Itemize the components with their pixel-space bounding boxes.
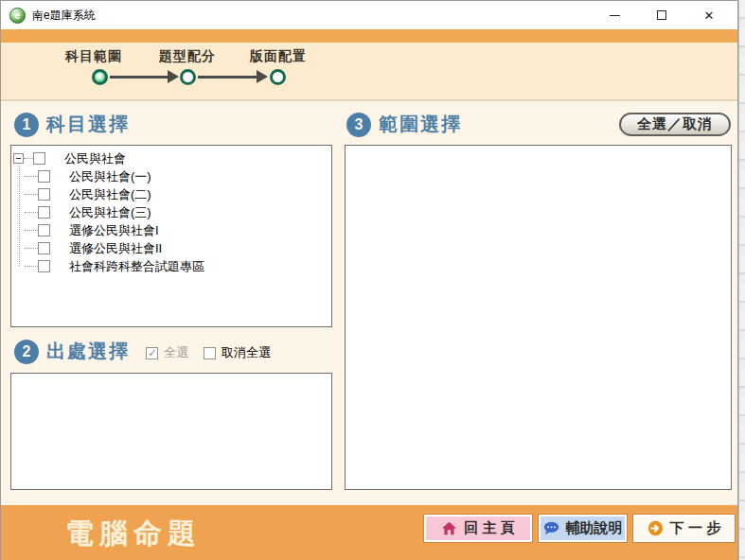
home-button-label: 回 主 頁 <box>464 519 514 537</box>
home-icon <box>441 520 457 536</box>
step-circle-3 <box>270 69 286 85</box>
tree-item-checkbox[interactable] <box>38 206 50 219</box>
section-number-2: 2 <box>14 340 39 364</box>
subject-tree: 公民與社會 公民與社會(一) 公民與社會(二) 公民與社會(三) <box>11 146 331 275</box>
app-window: e 南e題庫系統 ✕ 科目範圍 題型配分 版面配置 1 科目選擇 <box>0 0 738 560</box>
tree-item-row: 公民與社會(三) <box>11 203 331 221</box>
next-button-label: 下 一 步 <box>670 519 720 537</box>
home-button[interactable]: 回 主 頁 <box>424 515 532 542</box>
step-label-layout-config: 版面配置 <box>250 48 307 65</box>
tree-item-row: 公民與社會(一) <box>11 167 331 185</box>
window-controls: ✕ <box>591 1 733 29</box>
next-arrow-icon <box>647 520 664 536</box>
step-circle-2 <box>180 69 196 85</box>
tree-collapse-icon[interactable] <box>13 153 24 164</box>
step-circle-1-active <box>92 69 108 85</box>
section-range-header: 3 範圍選擇 <box>346 112 462 137</box>
footer-bar: 電腦命題 回 主 頁 輔助說明 <box>1 505 737 560</box>
section-number-3: 3 <box>346 113 371 137</box>
tree-item-checkbox[interactable] <box>38 170 50 183</box>
tree-item-label[interactable]: 選修公民與社會II <box>69 240 162 257</box>
accent-stripe <box>1 29 737 43</box>
tree-item-label[interactable]: 公民與社會(二) <box>69 186 151 203</box>
background-window-sliver <box>738 0 745 560</box>
tree-item-checkbox[interactable] <box>38 242 50 254</box>
step-connector-line-2 <box>198 76 257 79</box>
close-button[interactable]: ✕ <box>685 1 733 29</box>
tree-stub <box>25 212 38 213</box>
tree-item-checkbox[interactable] <box>38 260 50 272</box>
section-title-source: 出處選擇 <box>46 339 130 364</box>
help-button[interactable]: 輔助說明 <box>539 515 627 542</box>
step-connector-arrow-1 <box>168 70 179 83</box>
tree-item-row: 選修公民與社會II <box>11 239 331 257</box>
tree-item-checkbox[interactable] <box>38 224 50 236</box>
screen: e 南e題庫系統 ✕ 科目範圍 題型配分 版面配置 1 科目選擇 <box>0 0 745 560</box>
close-icon: ✕ <box>704 9 715 22</box>
section-number-1: 1 <box>14 113 39 137</box>
section-source-header: 2 出處選擇 <box>14 339 130 364</box>
window-title: 南e題庫系統 <box>32 8 96 24</box>
minimize-icon <box>610 15 620 16</box>
page-title: 電腦命題 <box>65 515 202 553</box>
maximize-button[interactable] <box>638 1 685 29</box>
range-list-panel[interactable] <box>345 145 732 490</box>
tree-root-checkbox[interactable] <box>33 152 45 165</box>
tree-stub <box>25 248 38 249</box>
select-all-label[interactable]: 全選 <box>164 344 188 361</box>
chat-bubble-icon <box>543 520 559 536</box>
subject-tree-panel: 公民與社會 公民與社會(一) 公民與社會(二) 公民與社會(三) <box>10 145 332 327</box>
tree-stub <box>25 176 38 177</box>
minimize-button[interactable] <box>591 1 638 29</box>
step-connector-line-1 <box>110 76 169 79</box>
maximize-icon <box>657 10 666 20</box>
step-connector-arrow-2 <box>257 70 268 83</box>
tree-item-label[interactable]: 公民與社會(三) <box>69 204 151 221</box>
tree-item-row: 社會科跨科整合試題專區 <box>11 257 331 275</box>
tree-item-label[interactable]: 公民與社會(一) <box>69 168 151 185</box>
section-title-subject: 科目選擇 <box>46 112 130 137</box>
section-title-range: 範圍選擇 <box>379 112 462 137</box>
checkmark-icon: ✓ <box>148 346 157 359</box>
deselect-all-checkbox-group[interactable]: 取消全選 <box>204 344 271 361</box>
select-all-checkbox[interactable]: ✓ <box>146 347 158 359</box>
tree-item-label[interactable]: 社會科跨科整合試題專區 <box>69 258 204 275</box>
step-label-subject-range: 科目範圍 <box>65 48 122 65</box>
titlebar: e 南e題庫系統 ✕ <box>1 1 737 29</box>
tree-root-label[interactable]: 公民與社會 <box>64 150 126 167</box>
select-toggle-button[interactable]: 全選／取消 <box>619 113 731 136</box>
next-step-button[interactable]: 下 一 步 <box>633 515 735 542</box>
step-label-question-allocation: 題型配分 <box>159 48 216 65</box>
tree-stub <box>25 194 38 195</box>
tree-stub <box>24 158 33 159</box>
tree-root-row: 公民與社會 <box>11 149 331 167</box>
select-all-checkbox-group[interactable]: ✓ 全選 <box>146 344 188 361</box>
source-list-panel[interactable] <box>10 373 332 490</box>
section-subject-header: 1 科目選擇 <box>14 112 130 137</box>
help-button-label: 輔助說明 <box>566 519 623 537</box>
tree-item-row: 選修公民與社會I <box>11 221 331 239</box>
tree-stub <box>25 230 38 231</box>
tree-item-label[interactable]: 選修公民與社會I <box>69 222 159 239</box>
app-logo-icon: e <box>9 8 26 24</box>
tree-item-row: 公民與社會(二) <box>11 185 331 203</box>
tree-stub <box>25 266 38 267</box>
step-wizard: 科目範圍 題型配分 版面配置 <box>1 43 737 101</box>
deselect-all-checkbox[interactable] <box>204 347 216 359</box>
tree-item-checkbox[interactable] <box>38 188 50 201</box>
deselect-all-label[interactable]: 取消全選 <box>222 344 271 361</box>
